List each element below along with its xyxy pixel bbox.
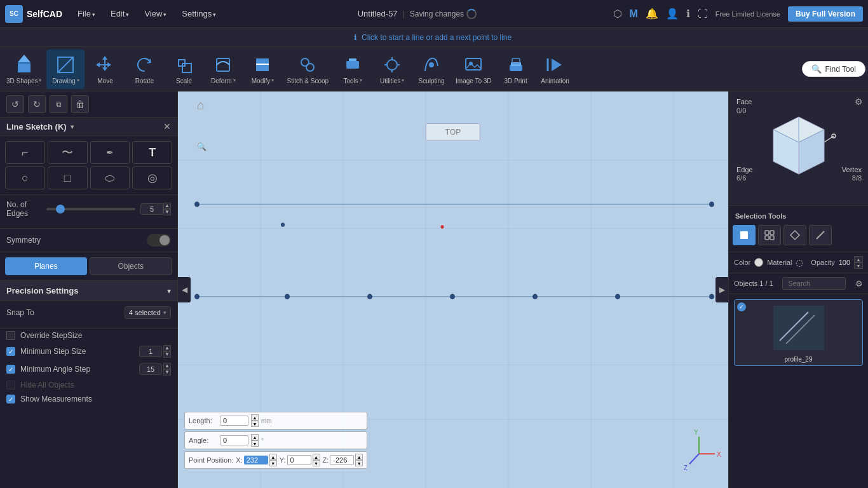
select-group-button[interactable] [758, 225, 781, 245]
redo-button[interactable]: ↻ [28, 95, 46, 113]
y-position-input[interactable] [287, 455, 311, 465]
edit-menu[interactable]: Edit▾ [105, 6, 134, 21]
tool-image-to-3d[interactable]: Image To 3D [452, 50, 496, 89]
min-step-value[interactable] [139, 346, 162, 357]
view-menu[interactable]: View▾ [139, 6, 172, 21]
min-step-checkbox[interactable]: ✓ [6, 347, 15, 356]
draw-curve-tool[interactable]: 〜 [48, 141, 88, 164]
panel-close-button[interactable]: ✕ [163, 121, 171, 132]
override-step-checkbox[interactable] [6, 331, 15, 340]
objects-settings-icon[interactable]: ⚙ [855, 279, 863, 288]
snap-value: 4 selected [129, 309, 161, 316]
find-tool-button[interactable]: 🔍 Find Tool [802, 61, 865, 77]
share-icon[interactable]: ⬡ [613, 8, 622, 20]
settings-menu[interactable]: Settings▾ [177, 6, 221, 21]
z-position-input[interactable] [330, 455, 354, 465]
angle-input[interactable] [220, 435, 248, 445]
tool-rotate[interactable]: Rotate [125, 50, 163, 89]
tool-utilities[interactable]: Utilities ▾ [373, 50, 411, 89]
tool-scale[interactable]: Scale [165, 50, 203, 89]
draw-polygon-tool[interactable]: ◎ [132, 166, 172, 189]
z-decrement[interactable]: ▼ [355, 460, 363, 466]
opacity-increment[interactable]: ▲ [854, 256, 863, 262]
tool-tools[interactable]: Tools ▾ [334, 50, 372, 89]
logo[interactable]: SC SelfCAD [5, 5, 62, 23]
tool-deform[interactable]: Deform ▾ [204, 50, 242, 89]
canvas-area[interactable]: ◀ ▶ ⌂ 🔍 TOP [178, 92, 728, 488]
panel-title-text: Line Sketch (K) [6, 122, 67, 132]
min-step-increment[interactable]: ▲ [163, 345, 171, 351]
tool-3d-shapes[interactable]: 3D Shapes ▾ [3, 50, 45, 89]
precision-settings-title: Precision Settings [6, 286, 78, 295]
tool-animation[interactable]: Animation [536, 50, 574, 89]
draw-line-tool[interactable]: ⌐ [5, 141, 45, 164]
svg-point-45 [450, 294, 455, 299]
draw-ellipse-tool[interactable]: ⬭ [90, 166, 130, 189]
edges-number-input[interactable]: 5 [140, 203, 163, 215]
view-settings-button[interactable]: ⚙ [855, 97, 863, 107]
undo-button[interactable]: ↺ [6, 95, 24, 113]
precision-settings-header[interactable]: Precision Settings ▾ [0, 280, 177, 301]
tool-modify[interactable]: Modify ▾ [243, 50, 281, 89]
delete-button[interactable]: 🗑 [71, 95, 89, 113]
min-step-decrement[interactable]: ▼ [163, 351, 171, 358]
material-icon[interactable]: ◌ [796, 257, 803, 268]
tool-move[interactable]: Move [86, 50, 124, 89]
tool-drawing[interactable]: Drawing ▾ [46, 50, 85, 89]
symmetry-toggle[interactable] [147, 234, 171, 247]
draw-text-tool[interactable]: T [132, 141, 172, 164]
show-measurements-checkbox[interactable]: ✓ [6, 395, 15, 403]
object-card[interactable]: ✓ profile_29 [734, 299, 863, 366]
tab-objects[interactable]: Objects [90, 257, 173, 275]
length-increment[interactable]: ▲ [251, 414, 259, 421]
hide-all-checkbox[interactable] [6, 381, 15, 390]
edges-increment-button[interactable]: ▲ [163, 203, 171, 209]
y-increment[interactable]: ▲ [313, 454, 320, 460]
opacity-decrement[interactable]: ▼ [854, 262, 863, 269]
file-menu[interactable]: File▾ [72, 6, 100, 21]
length-input[interactable] [220, 416, 248, 426]
tool-stitch-scoop[interactable]: Stitch & Scoop [283, 50, 332, 89]
buy-full-version-button[interactable]: Buy Full Version [788, 6, 863, 22]
snap-select[interactable]: 4 selected ▾ [125, 306, 171, 319]
min-angle-decrement[interactable]: ▼ [163, 369, 171, 376]
select-object-button[interactable] [733, 225, 756, 245]
min-angle-value[interactable] [139, 363, 162, 375]
angle-decrement[interactable]: ▼ [251, 440, 259, 447]
edges-decrement-button[interactable]: ▼ [163, 209, 171, 215]
select-face-button[interactable] [783, 225, 806, 245]
objects-search-input[interactable] [782, 277, 846, 290]
tool-3d-print[interactable]: 3D Print [497, 50, 535, 89]
tool-sculpting[interactable]: Sculpting [412, 50, 451, 89]
x-increment[interactable]: ▲ [269, 454, 277, 460]
color-picker[interactable] [754, 258, 763, 267]
draw-pen-tool[interactable]: ✒ [90, 141, 130, 164]
fullscreen-icon[interactable]: ⛶ [698, 8, 708, 20]
tool-deform-label: Deform [211, 78, 232, 85]
edges-slider[interactable] [46, 208, 135, 210]
y-decrement[interactable]: ▼ [313, 460, 320, 466]
x-decrement[interactable]: ▼ [269, 460, 277, 466]
home-icon[interactable]: ⌂ [197, 98, 205, 112]
nav-right-button[interactable]: ▶ [715, 277, 728, 302]
tab-planes[interactable]: Planes [5, 257, 87, 275]
select-edge-button[interactable] [809, 225, 832, 245]
min-angle-increment[interactable]: ▲ [163, 363, 171, 369]
tools-icon [341, 53, 364, 76]
x-position-input[interactable] [244, 456, 268, 464]
panel-expand-icon[interactable]: ▾ [71, 123, 74, 130]
angle-increment[interactable]: ▲ [251, 434, 259, 440]
user-icon[interactable]: 👤 [666, 8, 679, 20]
notification-icon[interactable]: 🔔 [646, 8, 658, 20]
info-icon[interactable]: ℹ [686, 8, 690, 20]
length-decrement[interactable]: ▼ [251, 421, 259, 427]
draw-rectangle-tool[interactable]: □ [48, 166, 88, 189]
min-angle-checkbox[interactable]: ✓ [6, 365, 15, 374]
svg-rect-65 [740, 231, 748, 239]
nav-left-button[interactable]: ◀ [178, 277, 191, 302]
zoom-icon[interactable]: 🔍 [197, 142, 207, 151]
z-increment[interactable]: ▲ [355, 454, 363, 460]
copy-button[interactable]: ⧉ [50, 95, 67, 113]
m-icon[interactable]: M [630, 8, 638, 20]
draw-circle-tool[interactable]: ○ [5, 166, 45, 189]
